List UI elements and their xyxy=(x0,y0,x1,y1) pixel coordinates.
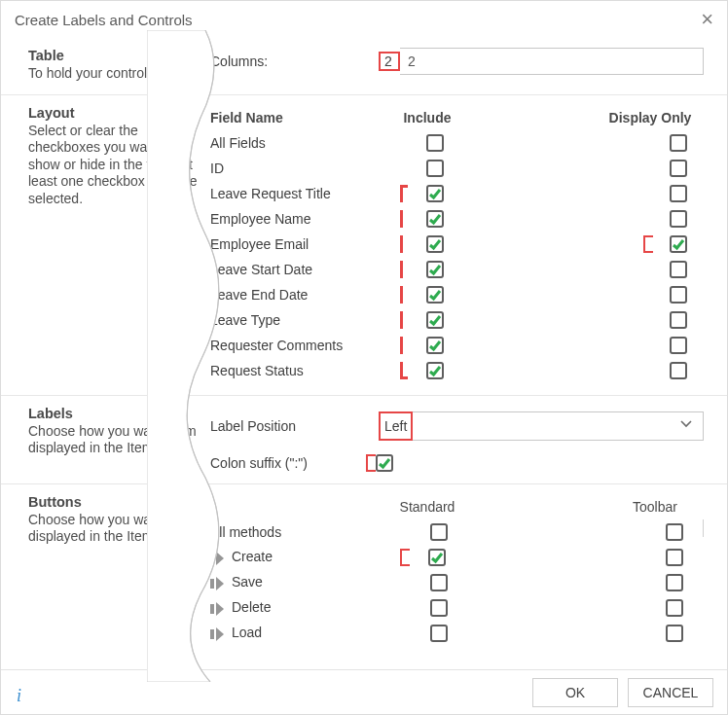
colon-suffix-checkbox[interactable] xyxy=(376,454,393,472)
display-only-checkbox[interactable] xyxy=(670,185,687,202)
display-only-checkbox[interactable] xyxy=(670,134,687,152)
chevron-down-icon xyxy=(679,417,693,434)
columns-value-highlight: 2 xyxy=(384,54,394,69)
toolbar-checkbox[interactable] xyxy=(666,574,683,591)
section-heading: Layout xyxy=(28,105,200,121)
method-name: Save xyxy=(210,574,400,590)
method-row: Load xyxy=(210,621,704,646)
titlebar: Create Labels and Controls × xyxy=(1,1,727,34)
highlight-bracket xyxy=(643,235,653,253)
method-name: Load xyxy=(210,625,400,640)
standard-checkbox[interactable] xyxy=(430,523,448,541)
highlight-box: 2 xyxy=(379,52,400,71)
field-row: Leave Start Date xyxy=(210,257,704,282)
highlight-box: Left xyxy=(379,411,413,441)
field-row: Leave Request Title xyxy=(210,181,704,206)
method-row: All methods xyxy=(210,519,704,545)
standard-checkbox[interactable] xyxy=(430,599,448,617)
method-icon xyxy=(210,577,226,590)
section-table: Table To hold your controls and Columns:… xyxy=(1,34,727,94)
display-only-checkbox[interactable] xyxy=(670,235,687,253)
highlight-bracket xyxy=(400,311,408,329)
method-icon xyxy=(210,627,226,641)
include-checkbox[interactable] xyxy=(426,311,444,329)
section-desc: Choose how you want them displayed in th… xyxy=(28,512,200,546)
include-checkbox[interactable] xyxy=(426,261,444,278)
label-position-select[interactable] xyxy=(413,411,704,441)
display-only-checkbox[interactable] xyxy=(670,160,687,177)
close-icon[interactable]: × xyxy=(701,9,713,30)
include-checkbox[interactable] xyxy=(426,337,444,354)
method-row: Save xyxy=(210,570,704,595)
include-checkbox[interactable] xyxy=(426,362,444,379)
section-layout: Layout Select or clear the checkboxes yo… xyxy=(1,94,727,395)
include-checkbox[interactable] xyxy=(426,134,444,152)
section-desc: To hold your controls and xyxy=(28,65,200,83)
method-icon xyxy=(210,602,226,616)
highlight-bracket xyxy=(400,185,408,202)
toolbar-checkbox[interactable] xyxy=(666,625,683,642)
field-row: Request Status xyxy=(210,358,704,383)
highlight-bracket xyxy=(400,235,408,253)
method-icon xyxy=(210,552,226,565)
standard-header: Standard xyxy=(379,499,476,515)
highlight-bracket xyxy=(400,286,408,304)
field-name: Leave Type xyxy=(210,312,400,328)
include-checkbox[interactable] xyxy=(426,185,444,202)
include-checkbox[interactable] xyxy=(426,160,444,177)
field-row: ID xyxy=(210,156,704,181)
section-buttons: Buttons Choose how you want them display… xyxy=(1,483,727,658)
toolbar-checkbox[interactable] xyxy=(666,549,683,566)
standard-checkbox[interactable] xyxy=(430,625,448,642)
toolbar-header: Toolbar xyxy=(606,499,704,515)
include-checkbox[interactable] xyxy=(426,210,444,228)
columns-input[interactable] xyxy=(400,48,704,75)
ok-button[interactable]: OK xyxy=(532,678,618,707)
section-desc: Choose how you want them displayed in th… xyxy=(28,423,200,457)
label-position-highlight: Left xyxy=(384,418,407,434)
display-only-checkbox[interactable] xyxy=(670,210,687,228)
field-name: Employee Name xyxy=(210,211,400,227)
columns-label: Columns: xyxy=(210,54,381,69)
method-name: Delete xyxy=(210,599,400,615)
label-position-label: Label Position xyxy=(210,418,381,434)
section-heading: Labels xyxy=(28,406,200,421)
include-header: Include xyxy=(388,110,466,125)
highlight-bracket xyxy=(400,549,410,566)
include-checkbox[interactable] xyxy=(426,286,444,304)
include-checkbox[interactable] xyxy=(426,235,444,253)
cancel-button[interactable]: CANCEL xyxy=(628,678,713,707)
field-name: Leave Request Title xyxy=(210,186,400,201)
field-name: Employee Email xyxy=(210,236,400,252)
colon-suffix-label: Colon suffix (":") xyxy=(210,455,366,471)
method-name: All methods xyxy=(210,524,400,540)
display-only-checkbox[interactable] xyxy=(670,337,687,354)
field-name: Request Status xyxy=(210,363,400,378)
method-row: Delete xyxy=(210,595,704,621)
info-icon[interactable]: i xyxy=(17,686,21,706)
toolbar-checkbox[interactable] xyxy=(666,523,683,541)
field-row: Employee Email xyxy=(210,232,704,257)
divider xyxy=(703,519,704,537)
field-name: ID xyxy=(210,161,400,176)
highlight-bracket xyxy=(400,210,408,228)
dialog-title: Create Labels and Controls xyxy=(15,12,193,28)
display-only-checkbox[interactable] xyxy=(670,286,687,304)
highlight-bracket xyxy=(400,362,408,379)
display-only-checkbox[interactable] xyxy=(670,311,687,329)
section-heading: Buttons xyxy=(28,494,200,510)
toolbar-checkbox[interactable] xyxy=(666,599,683,617)
method-row: Create xyxy=(210,545,704,570)
field-name: Requester Comments xyxy=(210,338,400,353)
standard-checkbox[interactable] xyxy=(428,549,446,566)
standard-checkbox[interactable] xyxy=(430,574,448,591)
method-name: Create xyxy=(210,549,400,564)
field-name: Leave Start Date xyxy=(210,262,400,277)
display-only-checkbox[interactable] xyxy=(670,261,687,278)
display-only-checkbox[interactable] xyxy=(670,362,687,379)
field-name: Leave End Date xyxy=(210,287,400,303)
section-desc: Select or clear the checkboxes you want … xyxy=(28,123,200,208)
highlight-bracket xyxy=(366,454,376,472)
field-row: Employee Name xyxy=(210,206,704,232)
highlight-bracket xyxy=(400,261,408,278)
